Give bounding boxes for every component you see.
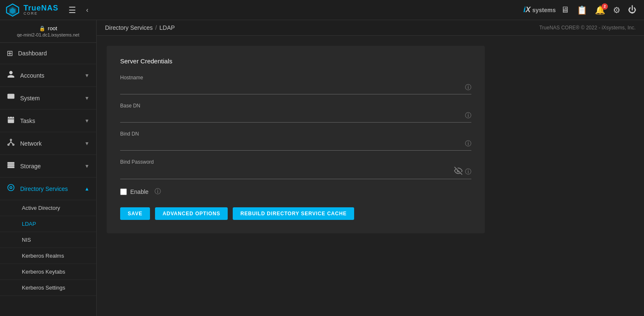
sidebar-sub-kerberos-realms[interactable]: Kerberos Realms bbox=[0, 248, 96, 264]
sidebar-item-label: Storage bbox=[20, 163, 79, 170]
topbar-right: iX systems 🖥 📋 🔔 2 ⚙ ⏻ bbox=[523, 3, 639, 17]
sidebar-item-label: System bbox=[20, 95, 79, 102]
active-directory-label: Active Directory bbox=[22, 205, 60, 211]
svg-point-12 bbox=[10, 187, 12, 189]
lock-icon: 🔒 bbox=[39, 26, 45, 31]
dashboard-icon: ⊞ bbox=[7, 49, 13, 58]
sidebar-sub-nis[interactable]: NIS bbox=[0, 232, 96, 248]
user-section: 🔒 root qe-mini2-01.dc1.ixsystems.net bbox=[0, 20, 96, 43]
breadcrumb-current: LDAP bbox=[159, 24, 175, 31]
hostname-field: Hostname ⓘ bbox=[120, 75, 471, 94]
network-icon bbox=[7, 138, 15, 149]
clipboard-icon[interactable]: 📋 bbox=[574, 3, 590, 17]
logo-core-text: CORE bbox=[24, 12, 58, 16]
sidebar-item-label: Accounts bbox=[20, 72, 79, 79]
hostname-label: Hostname bbox=[120, 75, 471, 81]
display-icon[interactable]: 🖥 bbox=[558, 3, 572, 16]
hamburger-button[interactable]: ☰ bbox=[65, 3, 79, 17]
notification-badge: 2 bbox=[602, 3, 608, 10]
kerberos-realms-label: Kerberos Realms bbox=[22, 253, 64, 259]
topbar: TrueNAS CORE ☰ ‹ iX systems 🖥 📋 🔔 2 ⚙ ⏻ bbox=[0, 0, 644, 20]
sidebar-item-storage[interactable]: Storage ▼ bbox=[0, 155, 96, 178]
sidebar-item-directory-services[interactable]: Directory Services ▲ bbox=[0, 178, 96, 200]
sidebar-sub-kerberos-keytabs[interactable]: Kerberos Keytabs bbox=[0, 264, 96, 280]
breadcrumb: Directory Services / LDAP bbox=[105, 24, 175, 31]
bind-dn-label: Bind DN bbox=[120, 131, 471, 137]
bind-dn-input[interactable] bbox=[120, 138, 463, 149]
button-row: SAVE ADVANCED OPTIONS REBUILD DIRECTORY … bbox=[120, 207, 471, 220]
chevron-down-icon: ▼ bbox=[84, 95, 89, 101]
bind-password-field: Bind Password ⓘ bbox=[120, 159, 471, 179]
ldap-label: LDAP bbox=[22, 221, 36, 227]
breadcrumb-parent: Directory Services bbox=[105, 24, 153, 31]
rebuild-cache-button[interactable]: REBUILD DIRECTORY SERVICE CACHE bbox=[233, 207, 354, 220]
power-icon[interactable]: ⏻ bbox=[626, 3, 639, 16]
hostname-help-icon[interactable]: ⓘ bbox=[465, 84, 471, 91]
svg-rect-4 bbox=[8, 117, 14, 123]
base-dn-help-icon[interactable]: ⓘ bbox=[465, 112, 471, 120]
svg-rect-10 bbox=[8, 166, 15, 168]
enable-checkbox[interactable] bbox=[120, 188, 127, 195]
chevron-down-icon: ▼ bbox=[84, 141, 89, 146]
storage-icon bbox=[7, 161, 15, 171]
tasks-icon bbox=[7, 115, 15, 126]
accounts-icon bbox=[7, 70, 15, 81]
svg-rect-3 bbox=[8, 94, 15, 99]
bind-password-help-icon[interactable]: ⓘ bbox=[465, 168, 471, 176]
bind-dn-field: Bind DN ⓘ bbox=[120, 131, 471, 151]
sidebar-item-accounts[interactable]: Accounts ▼ bbox=[0, 64, 96, 87]
ldap-form-card: Server Credentials Hostname ⓘ Base DN ⓘ bbox=[107, 46, 485, 233]
enable-row: Enable ⓘ bbox=[120, 188, 471, 196]
chevron-up-icon: ▲ bbox=[84, 186, 89, 192]
svg-point-11 bbox=[8, 185, 14, 191]
sidebar-sub-ldap[interactable]: LDAP bbox=[0, 216, 96, 232]
copyright-text: TrueNAS CORE® © 2022 - iXsystems, Inc. bbox=[539, 25, 636, 31]
sidebar-item-network[interactable]: Network ▼ bbox=[0, 132, 96, 155]
toggle-password-icon[interactable] bbox=[454, 167, 463, 177]
user-host: qe-mini2-01.dc1.ixsystems.net bbox=[7, 32, 89, 37]
logo-truenas-text: TrueNAS bbox=[24, 4, 58, 12]
hostname-input[interactable] bbox=[120, 82, 463, 92]
user-name: root bbox=[48, 25, 57, 31]
back-button[interactable]: ‹ bbox=[83, 5, 92, 16]
section-title: Server Credentials bbox=[120, 57, 471, 65]
nis-label: NIS bbox=[22, 237, 31, 243]
sidebar-item-dashboard[interactable]: ⊞ Dashboard bbox=[0, 43, 96, 64]
sidebar-sub-active-directory[interactable]: Active Directory bbox=[0, 200, 96, 216]
svg-point-5 bbox=[10, 139, 11, 141]
bind-password-input[interactable] bbox=[120, 167, 452, 177]
base-dn-input[interactable] bbox=[120, 110, 463, 120]
breadcrumb-separator: / bbox=[155, 24, 157, 31]
settings-icon[interactable]: ⚙ bbox=[610, 3, 623, 17]
svg-rect-8 bbox=[8, 162, 15, 164]
bind-password-label: Bind Password bbox=[120, 159, 471, 165]
sidebar-item-tasks[interactable]: Tasks ▼ bbox=[0, 110, 96, 132]
content-body: Server Credentials Hostname ⓘ Base DN ⓘ bbox=[97, 36, 644, 316]
sidebar-item-label: Dashboard bbox=[18, 50, 89, 57]
svg-point-6 bbox=[8, 144, 9, 145]
sidebar-item-label: Network bbox=[20, 140, 79, 147]
kerberos-keytabs-label: Kerberos Keytabs bbox=[22, 269, 65, 275]
sidebar-item-label: Directory Services bbox=[20, 185, 79, 192]
app-logo: TrueNAS CORE bbox=[5, 3, 58, 18]
bind-dn-help-icon[interactable]: ⓘ bbox=[465, 140, 471, 148]
base-dn-label: Base DN bbox=[120, 103, 471, 109]
directory-services-icon bbox=[7, 183, 15, 194]
advanced-options-button[interactable]: ADVANCED OPTIONS bbox=[155, 207, 228, 220]
ix-logo: iX systems bbox=[523, 5, 556, 14]
kerberos-settings-label: Kerberos Settings bbox=[22, 285, 65, 291]
chevron-down-icon: ▼ bbox=[84, 118, 89, 124]
base-dn-field: Base DN ⓘ bbox=[120, 103, 471, 123]
system-icon bbox=[7, 93, 15, 103]
enable-help-icon[interactable]: ⓘ bbox=[155, 188, 161, 196]
svg-point-7 bbox=[13, 144, 14, 145]
notification-icon[interactable]: 🔔 2 bbox=[592, 3, 608, 17]
chevron-down-icon: ▼ bbox=[84, 163, 89, 169]
sidebar: 🔒 root qe-mini2-01.dc1.ixsystems.net ⊞ D… bbox=[0, 20, 97, 316]
main-content: Directory Services / LDAP TrueNAS CORE® … bbox=[97, 20, 644, 316]
sidebar-sub-kerberos-settings[interactable]: Kerberos Settings bbox=[0, 280, 96, 296]
content-header: Directory Services / LDAP TrueNAS CORE® … bbox=[97, 20, 644, 36]
sidebar-item-system[interactable]: System ▼ bbox=[0, 87, 96, 110]
save-button[interactable]: SAVE bbox=[120, 207, 150, 220]
svg-rect-9 bbox=[8, 164, 15, 166]
